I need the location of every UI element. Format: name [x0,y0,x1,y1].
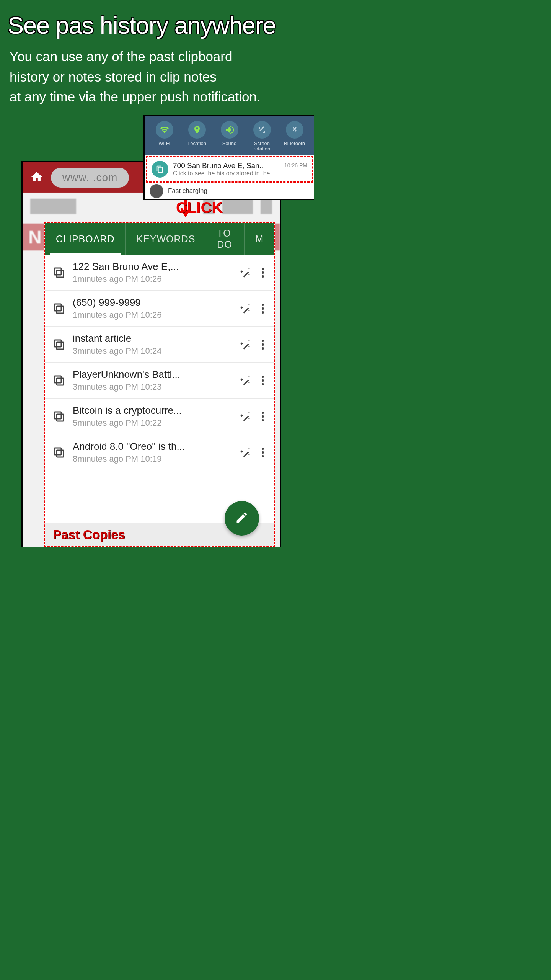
fast-charging-label: Fast charging [168,187,207,195]
clip-timestamp: 5minutes ago PM 10:22 [73,418,233,428]
clip-title: Bitcoin is a cryptocurre... [73,405,233,416]
magic-wand-icon[interactable] [240,339,251,350]
tab-m[interactable]: M [244,223,274,255]
clip-title: PlayerUnknown's Battl... [73,369,233,381]
clip-title: instant article [73,333,233,345]
clipboard-item[interactable]: PlayerUnknown's Battl... 3minutes ago PM… [45,363,274,399]
bolt-icon [150,184,163,198]
tab-to do[interactable]: TO DO [206,223,244,255]
copy-icon [152,161,168,178]
location-icon [188,121,206,139]
tab-strip: CLIPBOARDKEYWORDSTO DOM [45,223,274,255]
svg-rect-0 [57,270,64,277]
subtext-line: history or notes stored in clip notes [10,69,217,84]
clip-timestamp: 3minutes ago PM 10:23 [73,382,233,392]
page-headline: See pas history anywhere [0,0,314,43]
copy-icon[interactable] [52,374,66,387]
svg-rect-8 [57,414,64,421]
clip-title: 122 San Bruno Ave E,... [73,261,233,273]
more-icon[interactable] [258,376,267,385]
clip-timestamp: 3minutes ago PM 10:24 [73,346,233,356]
more-icon[interactable] [258,268,267,278]
qs-location[interactable]: Location [181,121,213,152]
svg-rect-11 [54,448,61,455]
copy-icon[interactable] [52,266,66,279]
clipboard-item[interactable]: instant article 3minutes ago PM 10:24 [45,327,274,363]
clip-timestamp: 1minutes ago PM 10:26 [73,310,233,320]
clip-text: (650) 999-9999 1minutes ago PM 10:26 [73,297,233,320]
qs-label: Bluetooth [284,141,305,146]
magic-wand-icon[interactable] [240,411,251,422]
clipboard-list: 122 San Bruno Ave E,... 1minutes ago PM … [45,255,274,470]
clip-text: 122 San Bruno Ave E,... 1minutes ago PM … [73,261,233,284]
clipboard-item[interactable]: 122 San Bruno Ave E,... 1minutes ago PM … [45,255,274,291]
more-icon[interactable] [258,304,267,314]
past-copies-annotation: Past Copies [53,528,125,542]
svg-rect-7 [54,376,61,383]
svg-rect-4 [57,342,64,349]
more-icon[interactable] [258,448,267,457]
magic-wand-icon[interactable] [240,447,251,458]
copy-icon[interactable] [52,446,66,459]
svg-rect-10 [57,450,64,457]
qs-rotate[interactable]: Screenrotation [246,121,278,152]
clip-title: (650) 999-9999 [73,297,233,309]
bluetooth-icon [286,121,303,139]
quick-settings-row: Wi-FiLocationSoundScreenrotationBluetoot… [145,116,314,155]
site-logo: N [28,227,42,248]
magic-wand-icon[interactable] [240,303,251,314]
clipboard-notification[interactable]: 700 San Bruno Ave E, San.. Click to see … [146,156,313,183]
notification-shade: Wi-FiLocationSoundScreenrotationBluetoot… [143,115,314,200]
notification-body: 700 San Bruno Ave E, San.. Click to see … [173,162,280,177]
qs-bluetooth[interactable]: Bluetooth [278,121,311,152]
subtext-line: You can use any of the past clipboard [10,49,232,64]
sound-icon [221,121,238,139]
notification-subtitle: Click to see the history stored in the c… [173,170,280,177]
clipboard-history-popup: CLIPBOARDKEYWORDSTO DOM 122 San Bruno Av… [44,222,276,547]
clip-timestamp: 8minutes ago PM 10:19 [73,454,233,464]
wifi-icon [156,121,173,139]
subtext-line: at any time via the upper push notificat… [10,89,261,104]
notification-time: 10:26 PM [284,162,307,168]
qs-label: Sound [222,141,237,146]
fast-charging-notification[interactable]: Fast charging [145,183,314,199]
compose-fab[interactable] [225,501,259,536]
qs-label: Screenrotation [254,141,270,152]
svg-rect-2 [57,306,64,313]
svg-rect-5 [54,340,61,347]
magic-wand-icon[interactable] [240,267,251,278]
tab-clipboard[interactable]: CLIPBOARD [45,223,125,255]
copy-icon[interactable] [52,302,66,315]
more-icon[interactable] [258,412,267,421]
more-icon[interactable] [258,340,267,350]
notification-title: 700 San Bruno Ave E, San.. [173,162,280,170]
svg-rect-1 [54,268,61,275]
pencil-icon [235,511,249,526]
svg-rect-6 [57,378,64,385]
page-subtext: You can use any of the past clipboard hi… [0,43,314,107]
clip-text: Bitcoin is a cryptocurre... 5minutes ago… [73,405,233,428]
home-icon[interactable] [30,170,43,185]
tab-keywords[interactable]: KEYWORDS [125,223,206,255]
qs-sound[interactable]: Sound [213,121,246,152]
clip-timestamp: 1minutes ago PM 10:26 [73,274,233,284]
qs-wifi[interactable]: Wi-Fi [148,121,181,152]
clip-text: instant article 3minutes ago PM 10:24 [73,333,233,356]
copy-icon[interactable] [52,410,66,423]
qs-label: Location [187,141,206,146]
copy-icon[interactable] [52,338,66,351]
clipboard-item[interactable]: Bitcoin is a cryptocurre... 5minutes ago… [45,399,274,434]
magic-wand-icon[interactable] [240,375,251,386]
svg-rect-3 [54,304,61,311]
rotate-icon [253,121,271,139]
clip-title: Android 8.0 "Oreo" is th... [73,441,233,452]
click-annotation: CLICK [176,199,223,216]
clipboard-item[interactable]: Android 8.0 "Oreo" is th... 8minutes ago… [45,434,274,470]
qs-label: Wi-Fi [158,141,170,146]
clip-text: Android 8.0 "Oreo" is th... 8minutes ago… [73,441,233,464]
clipboard-item[interactable]: (650) 999-9999 1minutes ago PM 10:26 [45,291,274,327]
url-bar[interactable]: www. .com [51,168,129,188]
clip-text: PlayerUnknown's Battl... 3minutes ago PM… [73,369,233,392]
svg-rect-9 [54,412,61,419]
